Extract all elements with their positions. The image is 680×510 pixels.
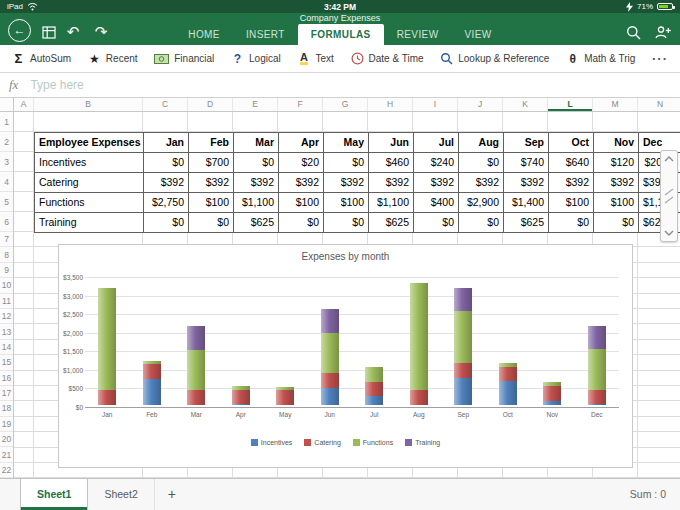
column-header-L[interactable]: L	[548, 98, 593, 111]
table-row-label[interactable]: Catering	[35, 173, 144, 193]
column-header-G[interactable]: G	[323, 98, 368, 111]
table-cell[interactable]: $2,750	[144, 193, 189, 213]
table-header-month[interactable]: Oct	[549, 133, 594, 153]
table-cell[interactable]: $100	[594, 193, 639, 213]
table-cell[interactable]: $0	[279, 213, 324, 233]
chart-bar-jul[interactable]	[365, 367, 383, 405]
ribbon-autosum[interactable]: ΣAutoSum	[12, 51, 71, 66]
row-header-7[interactable]: 7	[0, 232, 13, 247]
chart-bar-feb[interactable]	[143, 361, 161, 405]
chart-bar-mar[interactable]	[187, 326, 205, 405]
table-cell[interactable]: $740	[504, 153, 549, 173]
tab-formulas[interactable]: FORMULAS	[298, 24, 384, 45]
chart-bar-may[interactable]	[276, 387, 294, 405]
table-cell[interactable]: $392	[144, 173, 189, 193]
chart-bar-aug[interactable]	[410, 283, 428, 405]
table-header-month[interactable]: Jan	[144, 133, 189, 153]
column-header-I[interactable]: I	[413, 98, 458, 111]
chart-bar-dec[interactable]	[588, 326, 606, 405]
table-cell[interactable]: $100	[549, 193, 594, 213]
table-cell[interactable]: $392	[459, 173, 504, 193]
chart-bar-sep[interactable]	[454, 288, 472, 405]
table-cell[interactable]: $640	[549, 153, 594, 173]
column-header-B[interactable]: B	[34, 98, 143, 111]
table-cell[interactable]: $0	[144, 153, 189, 173]
table-header-month[interactable]: Sep	[504, 133, 549, 153]
column-header-D[interactable]: D	[188, 98, 233, 111]
table-header-month[interactable]: May	[324, 133, 369, 153]
row-header-18[interactable]: 18	[0, 401, 13, 416]
row-header-3[interactable]: 3	[0, 152, 13, 172]
table-row-label[interactable]: Functions	[35, 193, 144, 213]
table-cell[interactable]: $625	[369, 213, 414, 233]
row-header-2[interactable]: 2	[0, 132, 13, 152]
table-cell[interactable]: $1,100	[234, 193, 279, 213]
tab-insert[interactable]: INSERT	[233, 24, 298, 45]
formula-input[interactable]	[30, 78, 671, 92]
undo-button[interactable]: ↶	[64, 23, 82, 41]
table-cell[interactable]: $120	[594, 153, 639, 173]
column-header-N[interactable]: N	[638, 98, 680, 111]
tab-view[interactable]: VIEW	[452, 24, 505, 45]
table-cell[interactable]: $20	[279, 153, 324, 173]
table-header-month[interactable]: Apr	[279, 133, 324, 153]
table-cell[interactable]: $392	[549, 173, 594, 193]
redo-button[interactable]: ↷	[92, 23, 110, 41]
column-header-F[interactable]: F	[278, 98, 323, 111]
chart[interactable]: Expenses by month IncentivesCateringFunc…	[58, 244, 633, 468]
tab-review[interactable]: REVIEW	[384, 24, 452, 45]
search-button[interactable]	[624, 23, 642, 41]
table-cell[interactable]: $100	[324, 193, 369, 213]
row-header-11[interactable]: 11	[0, 294, 13, 309]
table-cell[interactable]: $0	[459, 153, 504, 173]
table-header-month[interactable]: Nov	[594, 133, 639, 153]
ribbon-recent[interactable]: ★Recent	[88, 52, 138, 66]
sheet-tab-sheet2[interactable]: Sheet2	[88, 479, 154, 510]
column-header-E[interactable]: E	[233, 98, 278, 111]
sheet-tab-sheet1[interactable]: Sheet1	[20, 479, 88, 510]
table-cell[interactable]: $100	[279, 193, 324, 213]
column-header-H[interactable]: H	[368, 98, 413, 111]
add-sheet-button[interactable]: +	[155, 479, 189, 510]
row-header-1[interactable]: 1	[0, 112, 13, 132]
column-header-C[interactable]: C	[143, 98, 188, 111]
row-header-22[interactable]: 22	[0, 463, 13, 478]
table-cell[interactable]: $0	[324, 153, 369, 173]
table-row-label[interactable]: Training	[35, 213, 144, 233]
table-cell[interactable]: $700	[189, 153, 234, 173]
row-header-19[interactable]: 19	[0, 417, 13, 432]
table-cell[interactable]: $392	[504, 173, 549, 193]
table-cell[interactable]: $0	[189, 213, 234, 233]
table-cell[interactable]: $0	[594, 213, 639, 233]
table-cell[interactable]: $0	[324, 213, 369, 233]
row-header-8[interactable]: 8	[0, 247, 13, 262]
table-header-month[interactable]: Jun	[369, 133, 414, 153]
table-row-label[interactable]: Incentives	[35, 153, 144, 173]
ribbon-logical[interactable]: ?Logical	[231, 52, 281, 66]
row-header-13[interactable]: 13	[0, 324, 13, 339]
table-cell[interactable]: $460	[369, 153, 414, 173]
chart-bar-nov[interactable]	[543, 382, 561, 405]
column-header-K[interactable]: K	[503, 98, 548, 111]
apps-button[interactable]	[40, 23, 58, 41]
table-header-month[interactable]: Jul	[414, 133, 459, 153]
row-header-15[interactable]: 15	[0, 355, 13, 370]
chart-bar-oct[interactable]	[499, 363, 517, 405]
row-header-10[interactable]: 10	[0, 278, 13, 293]
sum-indicator[interactable]: Sum : 0	[630, 479, 680, 510]
back-button[interactable]: ←	[8, 19, 31, 42]
tab-home[interactable]: HOME	[175, 24, 233, 45]
table-header-title[interactable]: Employee Expenses	[35, 133, 144, 153]
table-cell[interactable]: $392	[369, 173, 414, 193]
table-cell[interactable]: $0	[549, 213, 594, 233]
ribbon-math-trig[interactable]: θMath & Trig	[566, 52, 635, 66]
column-header-M[interactable]: M	[593, 98, 638, 111]
table-header-month[interactable]: Mar	[234, 133, 279, 153]
row-header-16[interactable]: 16	[0, 371, 13, 386]
table-cell[interactable]: $625	[504, 213, 549, 233]
select-all-corner[interactable]	[0, 98, 14, 111]
table-cell[interactable]: $0	[459, 213, 504, 233]
row-header-4[interactable]: 4	[0, 172, 13, 192]
table-cell[interactable]: $400	[414, 193, 459, 213]
table-cell[interactable]: $392	[234, 173, 279, 193]
